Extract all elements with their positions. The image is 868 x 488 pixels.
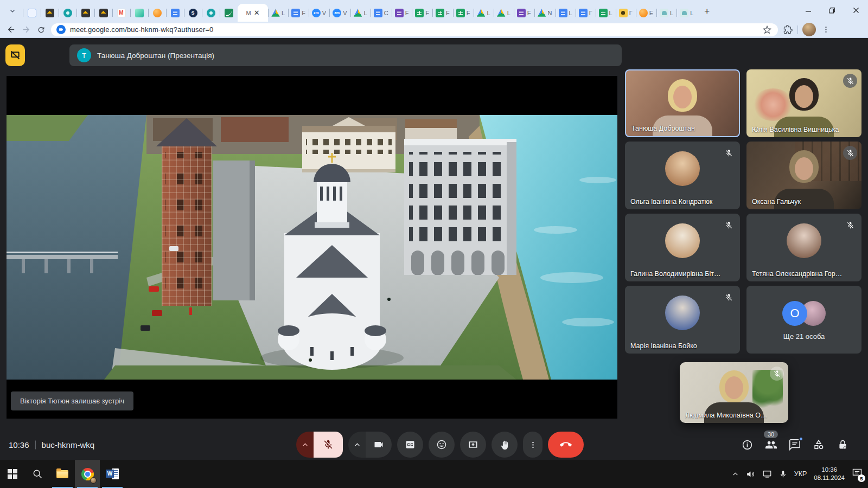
zoom-favicon: zm (333, 9, 341, 17)
browser-tab[interactable]: zmV (309, 4, 329, 22)
network-icon[interactable] (762, 469, 772, 479)
info-button[interactable] (740, 438, 754, 452)
notification-center-button[interactable]: 5 (852, 467, 863, 480)
taskbar-clock[interactable]: 10:36 08.11.2024 (814, 466, 845, 482)
language-indicator[interactable]: УКР (794, 470, 807, 478)
participant-tile[interactable]: Галина Володимирівна Бітків... (625, 214, 740, 281)
curve-favicon (225, 9, 233, 17)
bookmark-star-icon[interactable] (762, 24, 773, 35)
tabs-container: MSM✕LFzmVzmVLCFFFFLLFNLГLГELL (23, 0, 697, 22)
browser-tab[interactable] (59, 4, 76, 22)
browser-tab[interactable]: L (268, 4, 288, 22)
browser-tab[interactable]: F (514, 4, 534, 22)
mic-off-indicator (722, 218, 736, 232)
self-view-tile[interactable]: Людмила Миколаївна Овсіє... (680, 362, 788, 423)
browser-tab[interactable] (130, 4, 148, 22)
browser-tab[interactable]: F (392, 4, 412, 22)
browser-tab[interactable]: L (676, 4, 697, 22)
browser-tab[interactable] (202, 4, 220, 22)
tray-mic-icon[interactable] (779, 470, 787, 478)
browser-tab[interactable] (220, 4, 238, 22)
camera-button[interactable] (366, 432, 392, 458)
volume-icon[interactable] (746, 470, 755, 479)
people-button[interactable]: 30 (764, 438, 778, 452)
leave-call-button[interactable] (548, 432, 584, 458)
chat-notification-dot (799, 436, 803, 441)
presenter-banner[interactable]: Т Танюша Доброштан (Презентація) (69, 44, 622, 66)
mic-mute-button[interactable] (314, 432, 343, 458)
drive-favicon (538, 9, 546, 17)
browser-tab[interactable]: E (636, 4, 656, 22)
browser-tab[interactable] (94, 4, 112, 22)
url-bar[interactable]: meet.google.com/buc-hknm-wkq?authuser=0 (51, 23, 778, 36)
start-button[interactable] (0, 460, 25, 488)
browser-tab[interactable]: L (350, 4, 371, 22)
back-button[interactable] (5, 24, 16, 35)
browser-tab[interactable]: F (432, 4, 453, 22)
browser-tab[interactable]: L (556, 4, 576, 22)
restore-button[interactable] (820, 0, 844, 21)
raise-hand-button[interactable] (492, 432, 518, 458)
camera-options-button[interactable] (348, 432, 366, 458)
browser-menu-button[interactable] (820, 24, 831, 35)
profile-avatar[interactable] (802, 23, 816, 36)
presenter-name: Танюша Доброштан (Презентація) (97, 52, 214, 60)
overflow-tile[interactable]: OЩе 21 особа (746, 286, 861, 354)
browser-tab[interactable]: C (371, 4, 392, 22)
new-tab-button[interactable]: + (700, 4, 714, 18)
meeting-panels: 30 (740, 429, 850, 460)
participant-tile[interactable]: Тетяна Олександрівна Горох... (746, 214, 861, 281)
browser-tab[interactable] (148, 4, 166, 22)
active-tab-meet[interactable]: M✕ (238, 4, 268, 22)
reactions-button[interactable] (429, 432, 455, 458)
browser-tab[interactable]: S (184, 4, 202, 22)
browser-tab[interactable]: N (534, 4, 556, 22)
browser-tab[interactable]: M (112, 4, 130, 22)
tab-search-button[interactable] (4, 3, 21, 19)
tray-expand-icon[interactable] (732, 471, 739, 478)
url-text[interactable]: meet.google.com/buc-hknm-wkq?authuser=0 (70, 25, 757, 34)
more-options-button[interactable] (523, 432, 542, 458)
taskbar-search-button[interactable] (25, 460, 50, 488)
activities-button[interactable] (812, 438, 826, 452)
mic-off-icon (725, 293, 733, 301)
extensions-icon[interactable] (782, 24, 793, 35)
chrome-taskbar-button[interactable] (75, 460, 100, 488)
forward-button[interactable] (21, 24, 31, 35)
word-taskbar-button[interactable]: W (100, 460, 125, 488)
browser-tab[interactable]: F (412, 4, 432, 22)
taskbar-time: 10:36 (814, 466, 845, 474)
minimize-button[interactable] (796, 0, 820, 21)
browser-tab[interactable]: L (474, 4, 494, 22)
browser-tab[interactable]: L (494, 4, 514, 22)
teal-favicon (63, 9, 72, 17)
browser-tab[interactable]: Г (616, 4, 636, 22)
participant-tile[interactable]: Юлія Василівна Вишницька (746, 69, 861, 137)
participant-tile[interactable]: Танюша Доброштан (625, 69, 740, 137)
participant-tile[interactable]: Ольга Іванівна Кондратюк (625, 142, 740, 209)
mic-options-button[interactable] (296, 432, 314, 458)
browser-tab[interactable]: L (596, 4, 616, 22)
close-button[interactable] (844, 0, 868, 21)
chat-button[interactable] (788, 438, 802, 452)
tab-close-icon[interactable]: ✕ (254, 9, 260, 17)
browser-tab[interactable]: zmV (329, 4, 350, 22)
captions-button[interactable] (397, 432, 423, 458)
browser-tab[interactable]: F (453, 4, 474, 22)
browser-tab[interactable] (23, 4, 41, 22)
presentation-video[interactable]: Вікторія Тютюн залишає зустріч (7, 76, 617, 419)
sheets-favicon (599, 9, 608, 17)
file-explorer-button[interactable] (50, 460, 75, 488)
browser-tab[interactable] (166, 4, 184, 22)
reload-button[interactable] (36, 24, 47, 35)
host-controls-button[interactable] (835, 438, 850, 452)
participant-tile[interactable]: Оксана Гальчук (746, 142, 861, 209)
presentation-muted-badge[interactable] (5, 44, 25, 66)
browser-tab[interactable]: Г (576, 4, 596, 22)
present-button[interactable] (460, 432, 486, 458)
browser-tab[interactable] (41, 4, 59, 22)
participant-tile[interactable]: Марія Іванівна Бойко (625, 286, 740, 354)
browser-tab[interactable]: L (656, 4, 676, 22)
browser-tab[interactable] (76, 4, 94, 22)
browser-tab[interactable]: F (288, 4, 309, 22)
